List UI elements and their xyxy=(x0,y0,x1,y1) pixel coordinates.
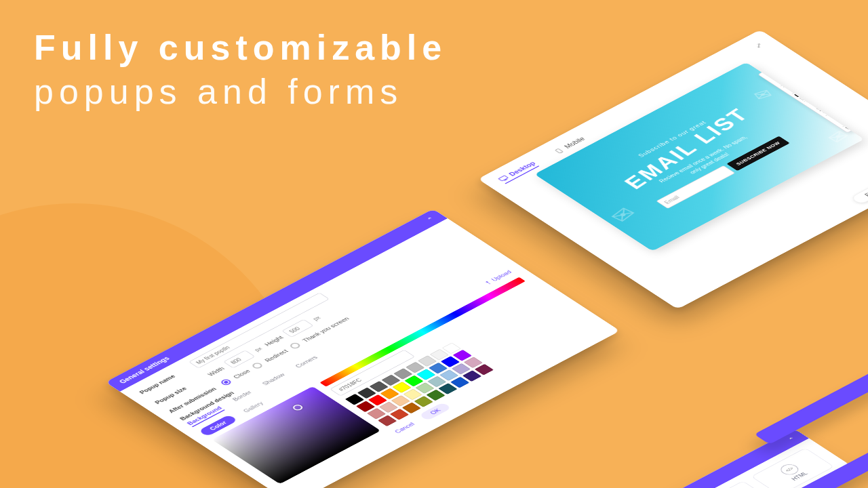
underline-icon[interactable]: U xyxy=(816,107,823,111)
svg-point-3 xyxy=(560,152,561,152)
radio-close[interactable] xyxy=(219,378,233,386)
svg-rect-2 xyxy=(555,148,563,153)
width-label: Width xyxy=(206,366,226,377)
mode-gallery[interactable]: Gallery xyxy=(241,401,264,413)
toolbar-font-label: Open Sans-Assume xyxy=(764,73,782,84)
color-cursor[interactable] xyxy=(291,403,304,411)
toolbar-para-icon[interactable]: ¶ xyxy=(788,89,794,92)
toolbar-color-black[interactable] xyxy=(794,93,802,98)
strike-icon[interactable]: S xyxy=(822,110,828,114)
align-center-icon[interactable]: ≡ xyxy=(833,118,840,121)
cancel-button[interactable]: Cancel xyxy=(393,422,416,434)
tab-desktop-label: Desktop xyxy=(507,161,538,178)
headline-bold: Fully customizable xyxy=(34,26,447,70)
text-toolbar[interactable]: Open Sans-Assume T ¶ B I U S ≡ ≡ ≡ 🗑 xyxy=(757,69,857,133)
bold-icon[interactable]: B xyxy=(806,100,812,104)
tab-mobile-label: Mobile xyxy=(562,136,587,149)
radio-redirect[interactable] xyxy=(251,362,264,370)
chevron-up-icon: ⌃ xyxy=(426,216,435,222)
align-right-icon[interactable]: ≡ xyxy=(838,121,844,125)
reset-button[interactable]: Reset xyxy=(850,179,868,205)
width-unit: px xyxy=(253,346,263,352)
height-label: Height xyxy=(263,335,285,347)
mobile-icon xyxy=(553,147,565,155)
height-unit: px xyxy=(311,315,321,321)
envelope-icon: ✉ xyxy=(750,87,776,104)
tab-desktop[interactable]: Desktop xyxy=(497,161,540,184)
radio-close-label: Close xyxy=(232,369,252,380)
radio-thankyou[interactable] xyxy=(288,342,302,350)
headline-thin: popups and forms xyxy=(34,70,447,114)
headline: Fully customizable popups and forms xyxy=(34,26,447,114)
envelope-icon: ✉ xyxy=(604,204,642,226)
fullscreen-icon[interactable]: ⤢ xyxy=(752,41,766,49)
italic-icon[interactable]: I xyxy=(812,104,818,108)
chevron-up-icon: ⌃ xyxy=(787,436,796,442)
elements-panel: Design elements ⌃ ▭ Button ⏱ Timer ▦ Ima… xyxy=(532,429,850,488)
upload-label: Upload xyxy=(490,269,513,282)
popup-preview: ✉ ✉ ✉ Subscribe to our great EMAIL LIST … xyxy=(534,62,864,251)
align-left-icon[interactable]: ≡ xyxy=(829,115,835,119)
toolbar-color-white[interactable] xyxy=(799,96,806,100)
panel-stub xyxy=(754,365,868,444)
preview-panel: Desktop Mobile ⤢ ✉ ✉ ✉ Subscribe to our … xyxy=(478,30,868,309)
desktop-icon xyxy=(498,175,510,182)
toolbar-size-icon[interactable]: T xyxy=(783,85,789,89)
svg-rect-0 xyxy=(498,176,508,181)
delete-icon[interactable]: 🗑 xyxy=(844,125,852,130)
